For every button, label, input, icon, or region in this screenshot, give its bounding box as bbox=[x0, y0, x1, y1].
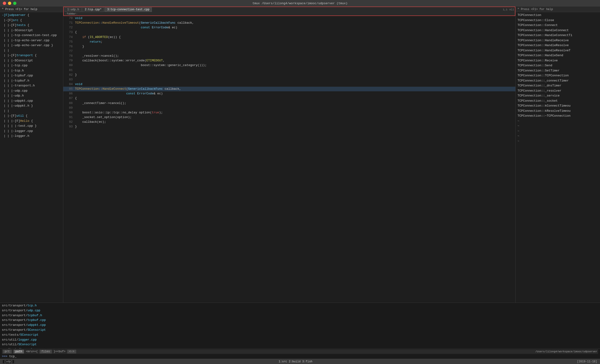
symbol-item[interactable]: TCPConnection::_resolver bbox=[516, 88, 600, 93]
search-btn-arrow[interactable]: <-> bbox=[67, 350, 76, 354]
tree-item[interactable]: | | |-tcp-connection-test.cpp bbox=[0, 33, 63, 38]
symbol-item[interactable]: TCPConnection::kConnectTimeou bbox=[516, 103, 600, 109]
symbol-item[interactable]: TCPConnection::_connectTimer bbox=[516, 78, 600, 83]
symbol-item-tilde: ~ bbox=[516, 134, 600, 139]
minimize-button[interactable] bbox=[8, 2, 11, 5]
symbol-item-tilde: ~ bbox=[516, 139, 600, 144]
tabs-row: 1:udp.h 2:tcp.cpp* 3:tcp-connection-test… bbox=[64, 7, 515, 12]
symbol-item[interactable]: TCPConnection::HandleReceive bbox=[516, 38, 600, 43]
tree-item[interactable]: | |-[F]util { bbox=[0, 113, 63, 118]
tree-item[interactable]: | | |-logger.h bbox=[0, 134, 63, 139]
status-windows: 1:src 2:build 3:fish bbox=[279, 360, 312, 363]
tab-tcp-connection-test[interactable]: 3:tcp-connection-test.cpp bbox=[104, 7, 152, 12]
tree-item[interactable]: | |-[F]transport { bbox=[0, 53, 63, 58]
tree-item[interactable]: | | |-udp-echo-server.cpp } bbox=[0, 43, 63, 48]
code-line-78: 78 _resolver->cancel(); bbox=[63, 54, 516, 58]
tree-item[interactable]: | | |-SConscript bbox=[0, 58, 63, 63]
tree-item[interactable]: | | |-tcp-echo-server.cpp bbox=[0, 38, 63, 43]
search-btn-prt[interactable]: prt bbox=[3, 350, 12, 354]
code-line-86: 86 const ErrorCode& ec) bbox=[63, 91, 516, 96]
tree-item[interactable]: | | |-transport.h bbox=[0, 83, 63, 88]
search-btn-path[interactable]: path bbox=[14, 350, 24, 354]
tab-tcp-cpp[interactable]: 2:tcp.cpp* bbox=[82, 7, 104, 12]
code-line-91: 91 _socket.set_option(option); bbox=[63, 115, 516, 120]
bottom-path: /Users/lilong4/workspace/imooc/udpserver bbox=[535, 350, 597, 353]
symbol-item[interactable]: TCPConnection::HandleResolve bbox=[516, 43, 600, 48]
bottom-file-item[interactable]: src/transport/udppkt.cpp bbox=[2, 323, 598, 328]
tree-item[interactable]: | | |-udppkt.h } bbox=[0, 103, 63, 109]
status-date: [2019-11-18] bbox=[577, 360, 597, 363]
bottom-file-item[interactable]: src/transport/tcpbuf.h bbox=[2, 313, 598, 318]
f1-help-right: " Press <F1> for help bbox=[517, 8, 553, 11]
tab-udp-h[interactable]: 1:udp.h bbox=[65, 7, 82, 12]
status-session: [udp] bbox=[3, 360, 14, 363]
code-line-85: 85 TCPConnection::HandleConnect(GenericC… bbox=[63, 87, 516, 91]
code-line-90: 90 boost::asio::ip::tcp::no_delay option… bbox=[63, 110, 516, 115]
close-button[interactable] bbox=[3, 2, 6, 5]
code-line-88: 88 _connectTimer->cancel(); bbox=[63, 101, 516, 106]
symbol-item[interactable]: TCPConnection::HandleSend bbox=[516, 53, 600, 58]
code-line-79: 79 callback(boost::system::error_code(ET… bbox=[63, 58, 516, 63]
titlebar: tmux /Users/lilong4/workspace/imooc/udps… bbox=[0, 0, 600, 7]
bottom-input-area: prt path <mru>={ files }=<buf> <-> /User… bbox=[0, 348, 600, 359]
bottom-section: src/transport/tcp.h src/transport/udp.cp… bbox=[0, 303, 600, 359]
symbol-item[interactable]: TCPConnection::_dnsTimer bbox=[516, 83, 600, 88]
search-btn-files[interactable]: files bbox=[40, 350, 52, 354]
code-line-82: 82 } bbox=[63, 73, 516, 77]
tree-item[interactable]: | | |-udppkt.cpp bbox=[0, 98, 63, 104]
code-line-73: 73 { bbox=[63, 30, 516, 35]
symbol-item[interactable]: TCPConnection bbox=[516, 13, 600, 18]
tree-item[interactable]: | | |-[F]Hello { bbox=[0, 118, 63, 124]
tree-item: | | bbox=[0, 109, 63, 114]
symbol-item[interactable]: TCPConnection::_service bbox=[516, 93, 600, 98]
symbol-item[interactable]: TCPConnection::HandleResolveT bbox=[516, 48, 600, 53]
tree-item[interactable]: | | | |-test.cpp } bbox=[0, 123, 63, 129]
tab-bar[interactable]: 1:udp.h 2:tcp.cpp* 3:tcp-connection-test… bbox=[63, 7, 516, 16]
status-bar: [udp] 1:src 2:build 3:fish [2019-11-18] bbox=[0, 359, 600, 364]
tree-item[interactable]: | | |-udp.h bbox=[0, 93, 63, 98]
code-line-72: 72 const ErrorCode& ec) bbox=[63, 25, 516, 30]
symbol-item-tilde: ~ bbox=[516, 123, 600, 129]
bottom-file-item[interactable]: src/transport/udp.cpp bbox=[2, 308, 598, 313]
symbol-item[interactable]: TCPConnection::HandleConnectTi bbox=[516, 33, 600, 38]
bottom-file-item[interactable]: src/transport/tcp.h bbox=[2, 303, 598, 308]
bottom-file-item[interactable]: src/transport/tcpbuf.cpp bbox=[2, 318, 598, 323]
code-line-71: 71 TCPConnection::HandleResolveTimeout(G… bbox=[63, 21, 516, 25]
tree-item[interactable]: | |-[F]tests { bbox=[0, 23, 63, 28]
symbol-item[interactable]: TCPConnection::kResolveTimeou bbox=[516, 109, 600, 114]
fullscreen-button[interactable] bbox=[13, 2, 16, 5]
symbol-item[interactable]: TCPConnection::_socket bbox=[516, 98, 600, 104]
code-line-74: 74 if (IS_ABORTED(ec)) { bbox=[63, 35, 516, 40]
tabbar-label: -TabBar- bbox=[64, 12, 515, 16]
tree-item[interactable]: | | |-tcp.cpp bbox=[0, 63, 63, 68]
tree-item[interactable]: | | |-tcpbuf.h bbox=[0, 78, 63, 83]
bottom-file-item[interactable]: src/tests/SConscript bbox=[2, 333, 598, 337]
bottom-file-list[interactable]: src/transport/tcp.h src/transport/udp.cp… bbox=[0, 303, 600, 348]
main-area: " Press <F1> for help -[F]udpserver { |-… bbox=[0, 7, 600, 364]
symbol-item[interactable]: TCPConnection::Close bbox=[516, 18, 600, 23]
traffic-lights bbox=[3, 2, 16, 5]
symbol-item[interactable]: TCPConnection::HandleConnect bbox=[516, 28, 600, 33]
tree-item[interactable]: | | |-tcp.h bbox=[0, 68, 63, 73]
tree-item[interactable]: -[F]udpserver { bbox=[0, 13, 63, 18]
bottom-file-item[interactable]: src/util/logger.cpp bbox=[2, 337, 598, 342]
symbol-item[interactable]: TCPConnection::SetTimer bbox=[516, 68, 600, 73]
tree-item[interactable]: |-[F]src { bbox=[0, 18, 63, 23]
tree-item[interactable]: | | |-tcpbuf.cpp bbox=[0, 73, 63, 78]
symbol-item[interactable]: TCPConnection::Receive bbox=[516, 58, 600, 63]
symbol-item-tilde: ~ bbox=[516, 118, 600, 124]
code-line-87: 87 { bbox=[63, 96, 516, 101]
symbol-item[interactable]: TCPConnection::~TCPConnection bbox=[516, 113, 600, 118]
bottom-file-item[interactable]: src/transport/SConscript bbox=[2, 328, 598, 333]
code-line-84: 84 void bbox=[63, 82, 516, 87]
symbol-item[interactable]: TCPConnection::TCPConnection bbox=[516, 73, 600, 78]
code-line-83: 83 bbox=[63, 77, 516, 82]
tree-item[interactable]: | | |-logger.cpp bbox=[0, 129, 63, 134]
code-line-89: 89 bbox=[63, 106, 516, 110]
tree-item: | | bbox=[0, 48, 63, 53]
tree-item[interactable]: | | |-udp.cpp bbox=[0, 88, 63, 93]
symbol-item[interactable]: TCPConnection::Connect bbox=[516, 23, 600, 28]
bottom-file-item[interactable]: src/util/SConscript bbox=[2, 342, 598, 347]
symbol-item[interactable]: TCPConnection::Send bbox=[516, 63, 600, 68]
tree-item[interactable]: | | |-SConscript bbox=[0, 28, 63, 33]
